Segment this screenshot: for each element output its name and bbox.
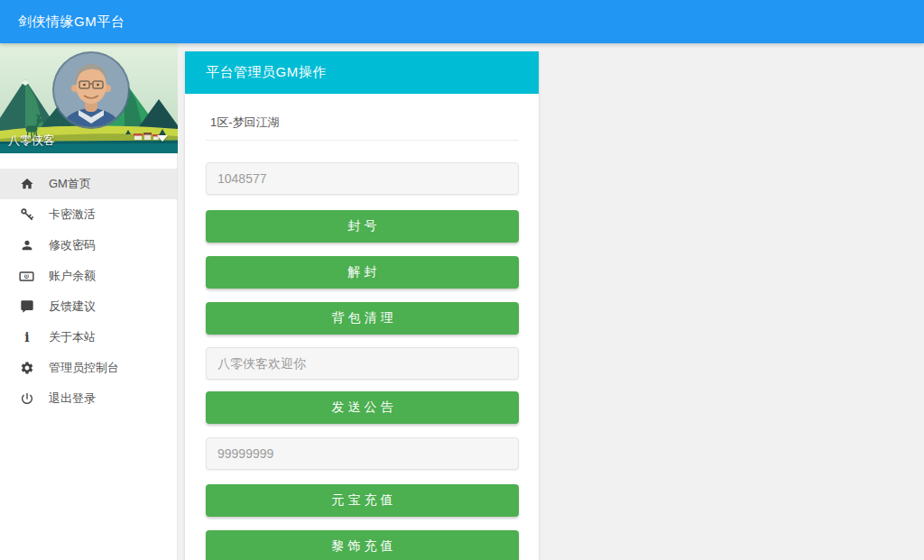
sidebar-item-label: 管理员控制台 [49, 360, 119, 376]
announcement-input[interactable] [206, 347, 519, 380]
comment-icon [19, 299, 34, 315]
panel-body: 1区-梦回江湖 封号 解封 背包清理 发送公告 元宝充值 黎饰充值 [185, 94, 539, 560]
sidebar-item-card-activation[interactable]: 卡密激活 [0, 199, 177, 230]
panel-header: 平台管理员GM操作 [185, 51, 539, 94]
decor-recharge-button[interactable]: 黎饰充值 [206, 530, 519, 560]
gear-icon [19, 361, 34, 376]
sidebar-item-label: 反馈建议 [49, 298, 96, 315]
power-icon [19, 391, 34, 407]
sidebar-item-label: 账户余额 [49, 268, 96, 284]
sidebar-item-about[interactable]: i 关于本站 [0, 322, 177, 353]
sidebar-item-account-balance[interactable]: 0 账户余额 [0, 261, 177, 291]
app-title: 剑侠情缘GM平台 [18, 14, 125, 31]
sidebar-item-label: 修改密码 [49, 237, 96, 253]
sidebar-item-admin-console[interactable]: 管理员控制台 [0, 353, 177, 383]
server-select-value: 1区-梦回江湖 [210, 115, 280, 129]
user-icon [19, 238, 34, 253]
svg-text:i: i [24, 330, 29, 344]
sidebar-item-change-password[interactable]: 修改密码 [0, 230, 177, 261]
sidebar-item-label: 退出登录 [49, 390, 96, 407]
top-navbar: 剑侠情缘GM平台 [0, 0, 924, 43]
info-icon: i [19, 330, 34, 345]
sidebar-item-gm-home[interactable]: GM首页 [0, 169, 177, 199]
unban-button[interactable]: 解封 [206, 256, 519, 289]
sidebar-item-label: 卡密激活 [49, 207, 96, 223]
panel-title: 平台管理员GM操作 [206, 64, 327, 81]
server-select[interactable]: 1区-梦回江湖 [206, 113, 519, 141]
yuanbao-recharge-button[interactable]: 元宝充值 [206, 484, 519, 517]
chevron-down-icon[interactable] [157, 135, 168, 142]
sidebar-item-feedback[interactable]: 反馈建议 [0, 291, 177, 322]
player-id-input[interactable] [206, 162, 519, 195]
sidebar: 八零侠客 GM首页 卡密激活 修改密码 [0, 43, 178, 560]
clear-bag-button[interactable]: 背包清理 [206, 302, 519, 335]
home-icon [19, 177, 34, 192]
sidebar-item-logout[interactable]: 退出登录 [0, 383, 177, 414]
profile-card: 八零侠客 [0, 43, 178, 153]
ban-button[interactable]: 封号 [206, 210, 519, 243]
banknote-icon: 0 [19, 269, 34, 284]
sidebar-item-label: 关于本站 [49, 329, 96, 345]
send-announcement-button[interactable]: 发送公告 [206, 391, 519, 424]
amount-input[interactable] [206, 437, 519, 470]
gm-operations-panel: 平台管理员GM操作 1区-梦回江湖 封号 解封 背包清理 发送公告 元宝充值 黎… [185, 51, 539, 560]
username: 八零侠客 [8, 133, 55, 149]
key-icon [19, 207, 34, 223]
sidebar-menu: GM首页 卡密激活 修改密码 0 账户余额 [0, 153, 177, 414]
svg-text:0: 0 [25, 273, 29, 279]
sidebar-item-label: GM首页 [49, 176, 91, 192]
